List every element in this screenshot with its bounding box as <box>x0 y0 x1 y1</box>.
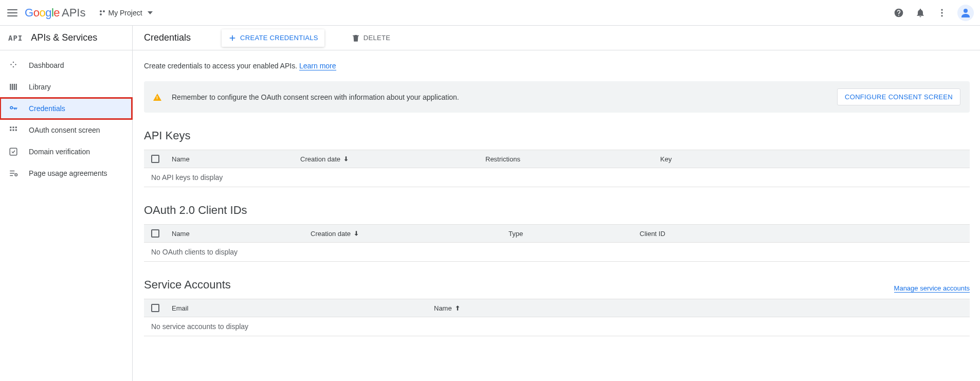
arrow-down-icon <box>342 155 350 162</box>
banner-left: Remember to configure the OAuth consent … <box>153 93 459 101</box>
project-name: My Project <box>108 9 142 17</box>
section-title-oauth: OAuth 2.0 Client IDs <box>144 204 970 217</box>
page-title: Credentials <box>144 32 191 43</box>
user-avatar[interactable] <box>957 5 974 21</box>
arrow-up-icon <box>454 304 461 312</box>
topbar: Google APIs My Project <box>0 0 980 26</box>
content-wrap: API APIs & Services Dashboard Library Cr… <box>0 26 980 381</box>
sidebar-item-credentials[interactable]: Credentials <box>0 98 132 119</box>
topbar-right <box>893 5 974 21</box>
more-vert-icon[interactable] <box>936 7 948 19</box>
create-credentials-label: CREATE CREDENTIALS <box>240 34 318 42</box>
sidebar-header: API APIs & Services <box>0 26 132 50</box>
plus-icon <box>228 33 237 43</box>
delete-button[interactable]: DELETE <box>345 29 396 47</box>
col-created-label: Creation date <box>311 230 351 238</box>
sidebar: API APIs & Services Dashboard Library Cr… <box>0 26 133 381</box>
svg-rect-7 <box>10 130 11 131</box>
col-creation-date[interactable]: Creation date <box>311 230 509 238</box>
intro-plain: Create credentials to access your enable… <box>144 62 299 70</box>
main-body: Create credentials to access your enable… <box>133 50 980 364</box>
svg-rect-11 <box>10 171 14 172</box>
sidebar-item-dashboard[interactable]: Dashboard <box>0 55 132 76</box>
col-name[interactable]: Name <box>434 304 963 312</box>
col-creation-date[interactable]: Creation date <box>300 155 485 163</box>
sidebar-item-domain-verification[interactable]: Domain verification <box>0 141 132 162</box>
section-title-service: Service Accounts <box>144 278 231 292</box>
col-type[interactable]: Type <box>509 230 640 238</box>
menu-icon[interactable] <box>6 7 19 19</box>
banner-text: Remember to configure the OAuth consent … <box>172 93 459 101</box>
project-selector[interactable]: My Project <box>96 7 156 19</box>
api-icon: API <box>8 34 23 42</box>
col-name[interactable]: Name <box>172 155 300 163</box>
dropdown-caret-icon <box>148 11 153 14</box>
svg-point-0 <box>941 9 942 10</box>
select-all-checkbox[interactable] <box>151 155 159 163</box>
col-client-id[interactable]: Client ID <box>640 230 963 238</box>
trash-icon <box>351 33 360 43</box>
sidebar-item-label: Page usage agreements <box>29 169 107 177</box>
sidebar-nav: Dashboard Library Credentials OAuth cons… <box>0 50 132 184</box>
consent-icon <box>8 125 19 135</box>
svg-point-3 <box>964 9 968 13</box>
project-dots-icon <box>100 10 105 15</box>
help-icon[interactable] <box>893 7 905 19</box>
svg-rect-8 <box>13 130 14 131</box>
section-header-row: Service Accounts Manage service accounts <box>144 278 970 299</box>
table-head-oauth: Name Creation date Type Client ID <box>144 224 970 243</box>
table-head-api-keys: Name Creation date Restrictions Key <box>144 150 970 168</box>
empty-oauth: No OAuth clients to display <box>144 243 970 262</box>
notifications-icon[interactable] <box>914 7 927 19</box>
section-service-accounts: Service Accounts Manage service accounts… <box>144 278 970 336</box>
svg-rect-12 <box>10 173 14 174</box>
table-head-service: Email Name <box>144 299 970 317</box>
select-all-checkbox[interactable] <box>151 229 159 238</box>
svg-rect-10 <box>10 148 17 155</box>
intro-text: Create credentials to access your enable… <box>144 62 970 70</box>
svg-rect-9 <box>15 130 17 131</box>
col-name[interactable]: Name <box>172 230 311 238</box>
svg-rect-6 <box>15 126 17 128</box>
main: Credentials CREATE CREDENTIALS DELETE Cr… <box>133 26 980 381</box>
empty-service: No service accounts to display <box>144 317 970 336</box>
sidebar-item-label: Dashboard <box>29 61 64 69</box>
col-key[interactable]: Key <box>660 155 963 163</box>
delete-label: DELETE <box>364 34 390 42</box>
manage-service-accounts-link[interactable]: Manage service accounts <box>894 284 970 293</box>
col-email[interactable]: Email <box>172 304 434 312</box>
sidebar-item-library[interactable]: Library <box>0 76 132 98</box>
main-header: Credentials CREATE CREDENTIALS DELETE <box>133 26 980 50</box>
create-credentials-button[interactable]: CREATE CREDENTIALS <box>222 29 324 47</box>
sidebar-item-label: Domain verification <box>29 148 90 156</box>
sidebar-item-oauth-consent[interactable]: OAuth consent screen <box>0 119 132 141</box>
dashboard-icon <box>8 60 19 70</box>
settings-list-icon <box>8 168 19 178</box>
google-apis-logo[interactable]: Google APIs <box>25 6 85 20</box>
sidebar-title: APIs & Services <box>31 32 97 43</box>
learn-more-link[interactable]: Learn more <box>299 62 336 70</box>
sidebar-item-label: Credentials <box>29 104 65 113</box>
svg-point-2 <box>941 15 942 16</box>
library-icon <box>8 82 19 92</box>
svg-rect-4 <box>10 126 11 128</box>
topbar-left: Google APIs My Project <box>6 6 157 20</box>
select-all-checkbox[interactable] <box>151 304 159 312</box>
svg-point-14 <box>15 174 17 176</box>
section-oauth: OAuth 2.0 Client IDs Name Creation date … <box>144 204 970 262</box>
sidebar-item-page-usage[interactable]: Page usage agreements <box>0 162 132 184</box>
section-api-keys: API Keys Name Creation date Restrictions… <box>144 129 970 187</box>
warning-icon <box>153 94 161 101</box>
check-box-icon <box>8 147 19 157</box>
configure-consent-button[interactable]: CONFIGURE CONSENT SCREEN <box>837 88 960 105</box>
svg-point-1 <box>941 12 942 13</box>
section-title-api-keys: API Keys <box>144 129 970 142</box>
col-restrictions[interactable]: Restrictions <box>485 155 660 163</box>
col-name-label: Name <box>434 304 452 312</box>
sidebar-item-label: Library <box>29 83 51 91</box>
svg-rect-5 <box>13 126 14 128</box>
col-created-label: Creation date <box>300 155 340 163</box>
key-icon <box>8 103 19 114</box>
logo-apis-text: APIs <box>62 6 85 20</box>
consent-banner: Remember to configure the OAuth consent … <box>144 81 970 113</box>
